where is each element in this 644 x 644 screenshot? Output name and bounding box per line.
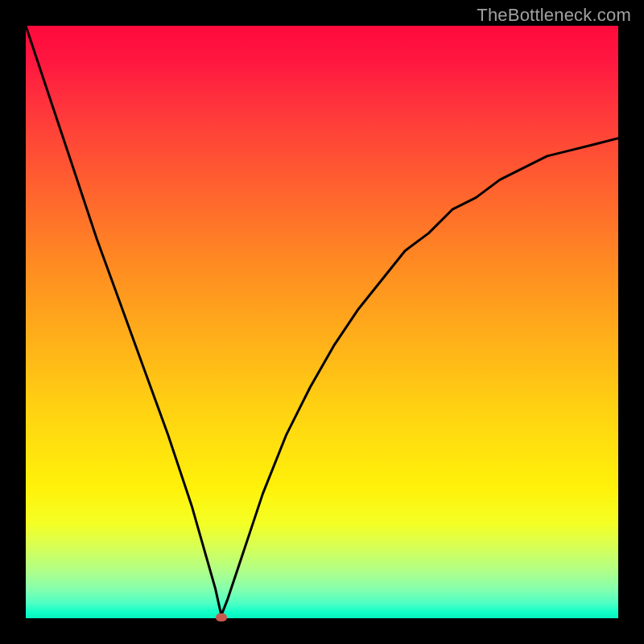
- bottleneck-curve: [26, 26, 618, 618]
- curve-path: [26, 26, 618, 615]
- plot-area: [26, 26, 618, 618]
- minimum-marker: [216, 613, 227, 621]
- chart-stage: TheBottleneck.com: [0, 0, 644, 644]
- watermark-text: TheBottleneck.com: [477, 5, 631, 26]
